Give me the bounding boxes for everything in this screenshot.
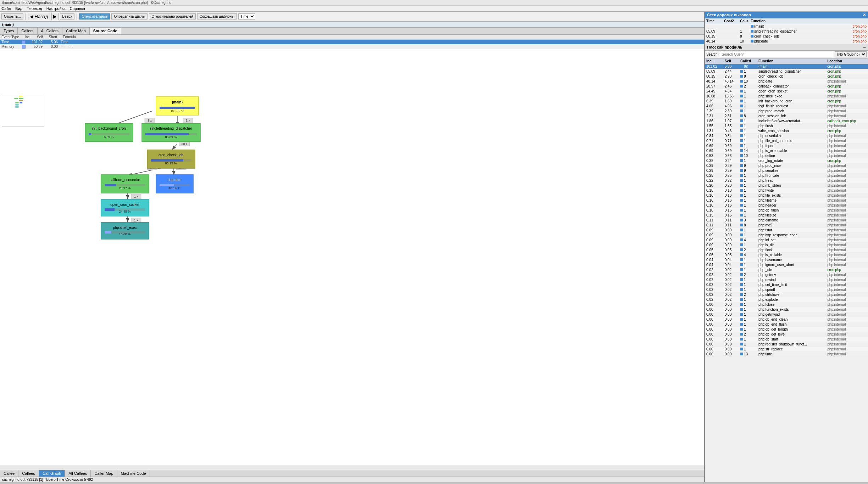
flat-table-row[interactable]: 0.05 0.05 2 php:flock php:internal xyxy=(705,248,868,253)
flat-table-row[interactable]: 0.02 0.02 1 php:_die cron.php xyxy=(705,268,868,272)
menu-navigate[interactable]: Переход xyxy=(27,6,42,11)
flat-minimize-button[interactable]: − xyxy=(863,45,866,50)
flat-table-row[interactable]: 0.00 0.00 13 php:time php:internal xyxy=(705,352,868,357)
flat-table-row[interactable]: 0.69 0.69 14 php:is_executable php:inter… xyxy=(705,148,868,153)
flat-table-row[interactable]: 0.22 0.22 1 php:fread php:internal xyxy=(705,178,868,183)
flat-table-row[interactable]: 0.16 0.16 1 php:filetime php:internal xyxy=(705,198,868,203)
forward-button[interactable]: ▶ xyxy=(51,13,59,20)
flat-table-row[interactable]: 0.05 0.05 4 php:is_callable php:internal xyxy=(705,253,868,258)
col-self[interactable]: Self xyxy=(723,58,739,64)
flat-table-row[interactable]: 0.00 0.00 1 php:str_replace php:internal xyxy=(705,347,868,352)
graph-area[interactable]: 28 x 1 x 1 x 1 x 1 x xyxy=(0,49,704,465)
col-called[interactable]: Called xyxy=(739,58,757,64)
flat-table-row[interactable]: 0.38 0.24 1 cron_log_rotate cron.php xyxy=(705,158,868,163)
flat-table-row[interactable]: 16.68 16.68 1 php:shell_exec php:interna… xyxy=(705,94,868,99)
flat-table-row[interactable]: 0.16 0.16 1 php:ob_flush php:internal xyxy=(705,208,868,213)
flat-table-row[interactable]: 0.09 0.09 1 php:fstat php:internal xyxy=(705,228,868,233)
bottom-tab-callees[interactable]: Callees xyxy=(18,470,39,477)
horizontal-scrollbar[interactable] xyxy=(0,465,704,470)
flat-table-row[interactable]: 0.00 0.00 1 php:register_shutdown_funct.… xyxy=(705,342,868,347)
flat-table-row[interactable]: 2.39 2.39 1 php:preg_match php:internal xyxy=(705,109,868,114)
bottom-tab-callee[interactable]: Callee xyxy=(0,470,18,477)
menu-help[interactable]: Справка xyxy=(70,6,85,11)
flat-table-row[interactable]: 0.84 0.84 1 php:unserialize php:internal xyxy=(705,134,868,139)
flat-table-row[interactable]: 48.14 48.14 10 php:date php:internal xyxy=(705,79,868,84)
flat-table-row[interactable]: 0.02 0.02 2 php:strtolower php:internal xyxy=(705,292,868,297)
stack-row-singlethreading[interactable]: 85.09 1 singlethreading_dispatcher cron.… xyxy=(705,29,868,34)
detect-cycles-button[interactable]: Определить циклы xyxy=(111,13,148,19)
flat-table-row[interactable]: 2.31 2.31 8 cron_session_init php:intern… xyxy=(705,114,868,119)
flat-table-row[interactable]: 1.31 0.46 1 write_cron_session cron.php xyxy=(705,129,868,134)
tab-callers[interactable]: Callers xyxy=(18,28,37,34)
flat-table-row[interactable]: 0.04 0.04 1 php:ignore_user_abort php:in… xyxy=(705,263,868,268)
flat-table-row[interactable]: 85.09 2.44 1 singlethreading_dispatcher … xyxy=(705,69,868,74)
flat-table-row[interactable]: 0.04 0.04 1 php:basename php:internal xyxy=(705,258,868,263)
bottom-tab-machine-code[interactable]: Machine Code xyxy=(117,470,150,477)
col-function[interactable]: Function xyxy=(757,58,826,64)
stack-row-main[interactable]: (main) cron.php xyxy=(705,24,868,29)
up-button[interactable]: Вверх xyxy=(60,13,75,19)
flat-table-row[interactable]: 0.00 0.00 1 php:getmypid php:internal xyxy=(705,312,868,317)
flat-table-container[interactable]: Incl. Self Called Function Location 101.… xyxy=(705,58,868,482)
col-incl[interactable]: Incl. xyxy=(705,58,723,64)
group-select[interactable]: (No Grouping) xyxy=(835,51,867,57)
collapse-templates-button[interactable]: Сокращать шаблоны xyxy=(197,13,237,19)
col-location[interactable]: Location xyxy=(826,58,868,64)
flat-table-row[interactable]: 0.71 0.71 1 php:file_put_contents php:in… xyxy=(705,139,868,143)
flat-table-row[interactable]: 0.53 0.53 10 php:define php:internal xyxy=(705,153,868,158)
tab-types[interactable]: Types xyxy=(0,28,18,34)
bottom-tab-caller-map[interactable]: Caller Map xyxy=(91,470,117,477)
back-button[interactable]: ◀ Назад xyxy=(28,13,50,20)
stack-row-phpdate[interactable]: 48.14 10 php:date cron.php xyxy=(705,39,868,44)
menu-file[interactable]: Файл xyxy=(1,6,11,11)
flat-table-row[interactable]: 0.16 0.16 1 php:header php:internal xyxy=(705,203,868,208)
flat-table-row[interactable]: 0.11 0.11 3 php:dirname php:internal xyxy=(705,218,868,223)
flat-table-row[interactable]: 6.39 1.69 1 init_background_cron cron.ph… xyxy=(705,99,868,104)
relative-parents-button[interactable]: Относительно родителей xyxy=(149,13,196,19)
flat-table-row[interactable]: 1.55 1.55 1 php:flush php:internal xyxy=(705,124,868,129)
time-select[interactable]: Time xyxy=(238,13,255,19)
flat-table-row[interactable]: 0.02 0.02 2 php:getenv php:internal xyxy=(705,272,868,277)
flat-table-row[interactable]: 0.02 0.02 1 php:explode php:internal xyxy=(705,297,868,302)
flat-table-row[interactable]: 0.02 0.02 1 php:set_time_limit php:inter… xyxy=(705,282,868,287)
flat-table-row[interactable]: 0.02 0.02 1 php:rewind php:internal xyxy=(705,277,868,282)
bottom-tab-call-graph[interactable]: Call Graph xyxy=(39,470,65,477)
flat-table-row[interactable]: 4.06 4.06 1 fcgi_finish_request php:inte… xyxy=(705,104,868,109)
tab-callee-map[interactable]: Callee Map xyxy=(62,28,90,34)
flat-table-row[interactable]: 0.69 0.69 1 php:fopen php:internal xyxy=(705,143,868,148)
flat-table-row[interactable]: 0.09 0.09 4 php:ini_set php:internal xyxy=(705,238,868,243)
flat-table-row[interactable]: 0.00 0.00 1 php:ob_end_flush php:interna… xyxy=(705,322,868,327)
search-input[interactable] xyxy=(720,52,833,57)
flat-table-row[interactable]: 0.00 0.00 1 php:ob_get_length php:intern… xyxy=(705,327,868,332)
tab-source-code[interactable]: Source Code xyxy=(90,28,121,34)
flat-table-row[interactable]: 1.86 1.07 1 include::/var/www/cron/dat..… xyxy=(705,119,868,124)
tab-all-callers[interactable]: All Callers xyxy=(38,28,63,34)
flat-table-row[interactable]: 0.29 0.29 9 php:serialize php:internal xyxy=(705,168,868,173)
flat-table-row[interactable]: 101.02 5.06 (6) (main) cron.php xyxy=(705,64,868,69)
relative-button[interactable]: Относительные xyxy=(79,13,110,19)
flat-table-row[interactable]: 0.20 0.20 1 php:mb_strlen php:internal xyxy=(705,183,868,188)
open-button[interactable]: Открыть... xyxy=(1,13,23,19)
stack-row-cron-check[interactable]: 80.15 8 cron_check_job cron.php xyxy=(705,34,868,39)
flat-table-row[interactable]: 80.15 2.93 8 cron_check_job cron.php xyxy=(705,74,868,79)
bottom-tab-all-callees[interactable]: All Callees xyxy=(65,470,91,477)
flat-table-row[interactable]: 0.00 0.00 1 php:fclose php:internal xyxy=(705,302,868,307)
flat-table-row[interactable]: 24.45 4.34 1 open_cron_socket cron.php xyxy=(705,89,868,94)
menu-settings[interactable]: Настройка xyxy=(46,6,66,11)
flat-table-row[interactable]: 0.18 0.18 1 php:fwrite php:internal xyxy=(705,188,868,193)
flat-table-row[interactable]: 0.02 0.02 1 php:sprintf php:internal xyxy=(705,287,868,292)
flat-table-row[interactable]: 0.00 0.00 2 php:ob_get_level php:interna… xyxy=(705,332,868,337)
flat-table-row[interactable]: 0.00 0.00 1 php:ob_start php:internal xyxy=(705,337,868,342)
flat-table-row[interactable]: 0.09 0.09 1 php:http_response_code php:i… xyxy=(705,233,868,238)
flat-table-row[interactable]: 0.09 0.09 1 php:is_dir php:internal xyxy=(705,243,868,248)
flat-table-row[interactable]: 0.25 0.25 1 php:ftruncate php:internal xyxy=(705,173,868,178)
flat-table-row[interactable]: 0.15 0.15 1 php:filesize php:internal xyxy=(705,213,868,218)
flat-table-row[interactable]: 28.97 2.46 2 callback_connector cron.php xyxy=(705,84,868,89)
flat-table-row[interactable]: 0.00 0.00 1 php:ob_end_clean php:interna… xyxy=(705,317,868,322)
right-panel-close[interactable]: ✕ xyxy=(863,13,866,17)
flat-table-row[interactable]: 0.11 0.11 8 php:md5 php:internal xyxy=(705,223,868,228)
flat-table-row[interactable]: 0.00 0.00 1 php:function_exists php:inte… xyxy=(705,307,868,312)
menu-view[interactable]: Вид xyxy=(15,6,22,11)
flat-table-row[interactable]: 0.16 0.16 1 php:file_exists php:internal xyxy=(705,193,868,198)
flat-table-row[interactable]: 0.29 0.29 9 php:proc_nice php:internal xyxy=(705,163,868,168)
